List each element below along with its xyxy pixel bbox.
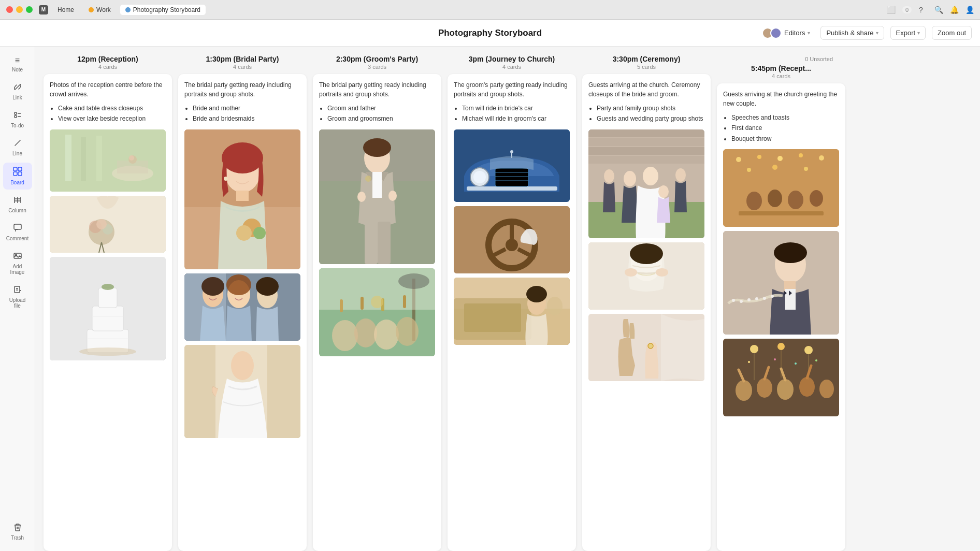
svg-rect-117 <box>588 129 704 137</box>
svg-rect-118 <box>588 138 704 146</box>
zoom-button[interactable]: Zoom out <box>932 26 972 40</box>
svg-rect-28 <box>96 136 102 181</box>
card-image-church-3 <box>454 278 570 345</box>
minimize-button[interactable] <box>16 6 23 13</box>
column-title-ceremony: 3:30pm (Ceremony) <box>582 55 711 63</box>
sidebar-item-comment[interactable]: Comment <box>3 220 32 245</box>
svg-point-165 <box>750 345 758 353</box>
board-label: Board <box>10 180 24 185</box>
svg-line-0 <box>17 86 19 88</box>
column-body-bridal[interactable]: The bridal party getting ready including… <box>178 74 307 551</box>
svg-point-64 <box>256 277 279 296</box>
card-image-groom-1 <box>319 129 435 264</box>
svg-point-125 <box>604 169 614 183</box>
tab-photography[interactable]: Photography Storyboard <box>120 5 206 15</box>
svg-rect-89 <box>403 295 406 308</box>
column-body-church[interactable]: The groom's party getting ready includin… <box>448 74 576 551</box>
svg-line-5 <box>15 140 20 146</box>
svg-rect-75 <box>378 222 391 264</box>
tablet-icon[interactable]: ⬜ <box>887 6 895 14</box>
sidebar-item-upload[interactable]: Upload file <box>3 281 32 313</box>
sidebar-item-link[interactable]: Link <box>3 79 32 105</box>
column-body-ceremony[interactable]: Guests arriving at the church. Ceremony … <box>582 74 711 551</box>
card-image-reception2-1 <box>723 149 839 227</box>
svg-point-93 <box>473 171 486 183</box>
sidebar: ≡ Note Link To-do <box>0 47 35 551</box>
user-icon[interactable]: 👤 <box>965 6 974 14</box>
link-icon <box>13 83 22 93</box>
publish-share-button[interactable]: Publish & share ▾ <box>820 26 884 40</box>
svg-rect-2 <box>15 115 17 118</box>
svg-point-56 <box>224 177 228 181</box>
zoom-label: Zoom out <box>938 29 966 37</box>
svg-point-37 <box>96 219 107 229</box>
sidebar-item-add-image[interactable]: Add Image <box>3 248 32 279</box>
card-image-ceremony-3 <box>588 314 704 381</box>
tab-photography-label: Photography Storyboard <box>133 6 200 13</box>
column-reception: 12pm (Reception) 4 cards Photos of the r… <box>44 55 172 551</box>
card-image-bridal-3 <box>184 345 300 438</box>
sidebar-item-board[interactable]: Board <box>3 163 32 190</box>
svg-point-149 <box>810 190 823 207</box>
page-title: Photography Storyboard <box>438 28 542 38</box>
svg-point-76 <box>357 192 366 202</box>
bell-icon[interactable]: 🔔 <box>950 6 958 14</box>
traffic-lights <box>6 6 33 13</box>
sidebar-item-column[interactable]: Column <box>3 192 32 218</box>
svg-point-90 <box>371 296 383 308</box>
column-body-reception[interactable]: Photos of the reception centre before th… <box>44 74 172 551</box>
svg-rect-27 <box>81 137 86 181</box>
svg-rect-18 <box>15 286 20 293</box>
close-button[interactable] <box>6 6 13 13</box>
svg-point-131 <box>625 268 637 277</box>
trash-icon <box>13 523 22 533</box>
note-icon: ≡ <box>15 56 20 65</box>
svg-point-154 <box>774 242 807 263</box>
column-body-groom[interactable]: The bridal party getting ready including… <box>313 74 441 551</box>
todo-label: To-do <box>11 123 24 128</box>
column-header-reception2: 5:45pm (Recept... 4 cards <box>717 64 845 79</box>
card-desc-bridal: The bridal party getting ready including… <box>184 80 300 99</box>
card-image-reception2-3 <box>723 339 839 416</box>
notification-count[interactable]: 0 <box>902 6 912 13</box>
link-label: Link <box>12 95 22 100</box>
editors-button[interactable]: Editors ▾ <box>758 25 814 41</box>
bullet-item: Bouquet throw <box>731 134 839 144</box>
sidebar-item-trash[interactable]: Trash <box>3 519 32 545</box>
trash-label: Trash <box>11 535 24 541</box>
svg-point-141 <box>799 153 803 157</box>
fullscreen-button[interactable] <box>26 6 33 13</box>
photography-dot <box>125 7 131 12</box>
column-bridal: 1:30pm (Bridal Party) 4 cards The bridal… <box>178 55 307 551</box>
export-button[interactable]: Export ▾ <box>890 26 926 40</box>
help-icon[interactable]: ? <box>919 6 927 14</box>
board-area[interactable]: 12pm (Reception) 4 cards Photos of the r… <box>35 47 980 551</box>
publish-label: Publish & share <box>826 29 873 37</box>
svg-point-167 <box>804 346 813 354</box>
column-body-reception2[interactable]: Guests arriving at the church greeting t… <box>717 83 845 551</box>
svg-point-182 <box>795 363 797 365</box>
avatar-2 <box>770 27 782 39</box>
card-image-reception2-2 <box>723 231 839 335</box>
publish-chevron: ▾ <box>876 30 878 36</box>
sidebar-item-note[interactable]: ≡ Note <box>3 52 32 77</box>
card-bullets-church: Tom will ride in bride's car Michael wil… <box>454 103 570 124</box>
svg-point-138 <box>736 157 741 162</box>
tab-home[interactable]: Home <box>52 5 79 15</box>
svg-point-175 <box>819 380 834 398</box>
svg-point-160 <box>755 297 758 300</box>
sidebar-item-todo[interactable]: To-do <box>3 107 32 133</box>
upload-label: Upload file <box>6 297 29 309</box>
svg-point-157 <box>732 299 735 302</box>
card-image-church-1 <box>454 129 570 202</box>
card-bullets-ceremony: Party and family group shots Guests and … <box>588 103 704 124</box>
tab-work[interactable]: Work <box>83 5 116 15</box>
svg-point-100 <box>510 150 513 153</box>
column-count-groom: 3 cards <box>313 64 441 70</box>
svg-rect-42 <box>92 306 123 331</box>
column-icon <box>13 196 22 206</box>
svg-point-73 <box>365 176 371 182</box>
svg-rect-94 <box>467 186 557 191</box>
sidebar-item-line[interactable]: Line <box>3 135 32 161</box>
search-icon[interactable]: 🔍 <box>934 6 943 14</box>
